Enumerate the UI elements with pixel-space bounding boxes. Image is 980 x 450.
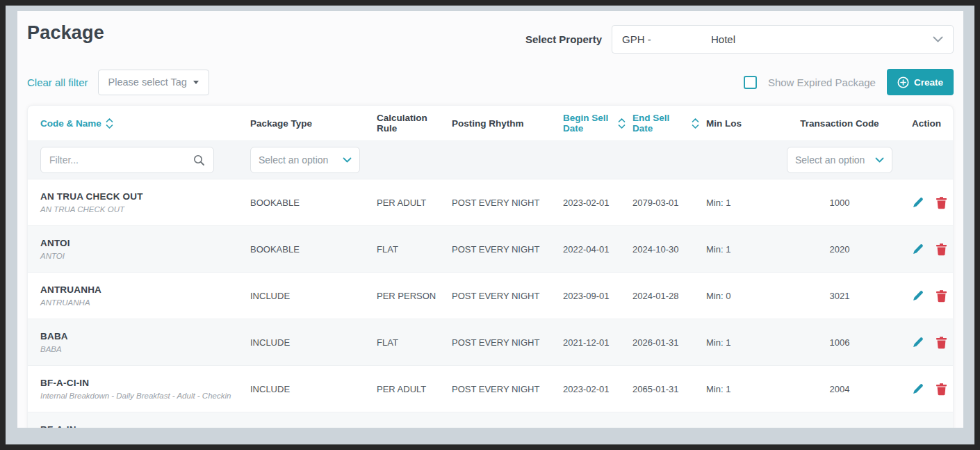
delete-trash-icon[interactable] bbox=[936, 336, 947, 349]
package-name: ANTRUANHA bbox=[40, 298, 243, 307]
end-sell-date-cell: 2026-01-31 bbox=[632, 337, 699, 348]
code-name-cell: BF-A-IN BF-A-IN bbox=[40, 424, 243, 428]
package-type-filter-select[interactable]: Select an option bbox=[250, 147, 360, 173]
package-type-cell: INCLUDE bbox=[250, 291, 370, 301]
code-name-cell: ANTRUANHA ANTRUANHA bbox=[40, 284, 243, 307]
package-code: ANTOI bbox=[40, 238, 243, 248]
min-los-cell: Min: 0 bbox=[706, 291, 767, 301]
min-los-cell: Min: 1 bbox=[706, 198, 767, 208]
window-frame: Package Select Property GPH - Hotel Clea… bbox=[0, 0, 980, 450]
property-selector-group: Select Property GPH - Hotel bbox=[525, 25, 954, 54]
edit-pencil-icon[interactable] bbox=[912, 289, 924, 302]
search-icon bbox=[193, 154, 205, 166]
property-name: Hotel bbox=[711, 33, 933, 45]
code-name-cell: AN TRUA CHECK OUT AN TRUA CHECK OUT bbox=[40, 191, 243, 214]
transaction-code-cell: 1000 bbox=[774, 198, 905, 208]
begin-sell-date-cell: 2023-09-01 bbox=[563, 291, 626, 301]
package-name: ANTOI bbox=[40, 252, 243, 260]
clear-all-filter-link[interactable]: Clear all filter bbox=[27, 77, 88, 88]
chevron-down-icon bbox=[933, 33, 943, 45]
transaction-code-filter-select[interactable]: Select an option bbox=[787, 147, 892, 173]
posting-rhythm-cell: POST EVERY NIGHT bbox=[452, 337, 556, 348]
edit-pencil-icon[interactable] bbox=[912, 383, 924, 395]
min-los-cell: Min: 1 bbox=[706, 384, 767, 394]
property-select[interactable]: GPH - Hotel bbox=[612, 25, 954, 54]
caret-down-icon bbox=[193, 81, 199, 84]
code-name-cell: BF-A-CI-IN Internal Breakdown - Daily Br… bbox=[40, 378, 243, 400]
tag-select-dropdown[interactable]: Please select Tag bbox=[98, 70, 209, 95]
begin-sell-date-cell: 2023-02-01 bbox=[563, 198, 626, 208]
transaction-code-cell: 3021 bbox=[774, 291, 905, 301]
plus-circle-icon bbox=[897, 77, 909, 88]
delete-trash-icon[interactable] bbox=[936, 196, 947, 209]
posting-rhythm-cell: POST EVERY NIGHT bbox=[452, 384, 556, 394]
calculation-rule-cell: PER PERSON bbox=[377, 291, 445, 301]
column-header-action: Action bbox=[912, 118, 963, 129]
column-header-code-name[interactable]: Code & Name bbox=[40, 118, 243, 129]
column-header-min-los: Min Los bbox=[706, 118, 767, 129]
code-name-cell: BABA BABA bbox=[40, 331, 243, 353]
edit-pencil-icon[interactable] bbox=[912, 196, 924, 209]
table-row: ANTOI ANTOI BOOKABLE FLAT POST EVERY NIG… bbox=[28, 226, 953, 273]
package-code: ANTRUANHA bbox=[40, 284, 243, 295]
column-header-package-type: Package Type bbox=[250, 118, 370, 129]
name-filter-box bbox=[40, 147, 214, 173]
transaction-code-cell: 2020 bbox=[774, 244, 905, 255]
min-los-cell: Min: 1 bbox=[706, 244, 767, 255]
begin-sell-date-cell: 2021-12-01 bbox=[563, 337, 626, 348]
sort-chevrons-icon bbox=[618, 118, 626, 129]
delete-trash-icon[interactable] bbox=[936, 383, 947, 396]
column-header-begin-sell-date[interactable]: Begin Sell Date bbox=[563, 113, 626, 134]
begin-sell-date-cell: 2023-02-01 bbox=[563, 384, 626, 394]
edit-pencil-icon[interactable] bbox=[912, 336, 924, 348]
action-cell bbox=[912, 196, 963, 209]
column-header-calculation-rule: Calculation Rule bbox=[377, 113, 445, 134]
column-header-posting-rhythm: Posting Rhythm bbox=[452, 118, 556, 129]
package-name: Internal Breakdown - Daily Breakfast - A… bbox=[40, 392, 243, 400]
delete-trash-icon[interactable] bbox=[936, 289, 947, 303]
action-cell bbox=[912, 383, 963, 396]
package-type-cell: BOOKABLE bbox=[250, 198, 370, 208]
begin-sell-date-cell: 2022-04-01 bbox=[563, 244, 626, 255]
calculation-rule-cell: PER ADULT bbox=[377, 384, 445, 394]
column-header-end-sell-date[interactable]: End Sell Date bbox=[632, 113, 699, 134]
create-button-label: Create bbox=[914, 77, 943, 88]
table-body: AN TRUA CHECK OUT AN TRUA CHECK OUT BOOK… bbox=[28, 179, 953, 428]
chevron-down-icon bbox=[343, 157, 352, 163]
calculation-rule-cell: PER ADULT bbox=[377, 198, 445, 208]
end-sell-date-cell: 2024-01-28 bbox=[632, 291, 699, 301]
package-code: AN TRUA CHECK OUT bbox=[40, 191, 243, 202]
create-button[interactable]: Create bbox=[887, 69, 954, 95]
page-title: Package bbox=[27, 22, 104, 44]
package-table: Code & Name Package Type Calculation Rul… bbox=[27, 105, 954, 428]
edit-pencil-icon[interactable] bbox=[912, 243, 924, 255]
transaction-code-cell: 1006 bbox=[774, 337, 905, 348]
column-header-transaction-code: Transaction Code bbox=[774, 118, 905, 129]
chevron-down-icon bbox=[875, 157, 884, 163]
package-code: BF-A-IN bbox=[40, 424, 243, 428]
package-name: AN TRUA CHECK OUT bbox=[40, 205, 243, 214]
show-expired-label: Show Expired Package bbox=[768, 77, 876, 88]
posting-rhythm-cell: POST EVERY NIGHT bbox=[452, 244, 556, 255]
package-type-cell: INCLUDE bbox=[250, 384, 370, 394]
table-row: ANTRUANHA ANTRUANHA INCLUDE PER PERSON P… bbox=[28, 273, 953, 319]
page-header: Package Select Property GPH - Hotel bbox=[27, 22, 954, 54]
package-code: BABA bbox=[40, 331, 243, 341]
transaction-code-cell: 2004 bbox=[774, 384, 905, 394]
table-row: AN TRUA CHECK OUT AN TRUA CHECK OUT BOOK… bbox=[28, 179, 953, 226]
package-type-cell: BOOKABLE bbox=[250, 244, 370, 255]
action-cell bbox=[912, 289, 963, 303]
calculation-rule-cell: FLAT bbox=[377, 337, 445, 348]
sort-chevrons-icon bbox=[692, 118, 699, 129]
posting-rhythm-cell: POST EVERY NIGHT bbox=[452, 198, 556, 208]
name-filter-input[interactable] bbox=[49, 154, 193, 166]
property-code: GPH - bbox=[622, 33, 711, 45]
delete-trash-icon[interactable] bbox=[936, 243, 947, 256]
show-expired-checkbox[interactable] bbox=[744, 76, 757, 89]
table-row: BF-A-CI-IN Internal Breakdown - Daily Br… bbox=[28, 366, 953, 412]
calculation-rule-cell: FLAT bbox=[377, 244, 445, 255]
code-name-cell: ANTOI ANTOI bbox=[40, 238, 243, 260]
filter-bar: Clear all filter Please select Tag Show … bbox=[27, 69, 954, 95]
package-page: Package Select Property GPH - Hotel Clea… bbox=[17, 11, 963, 428]
min-los-cell: Min: 1 bbox=[706, 337, 767, 348]
